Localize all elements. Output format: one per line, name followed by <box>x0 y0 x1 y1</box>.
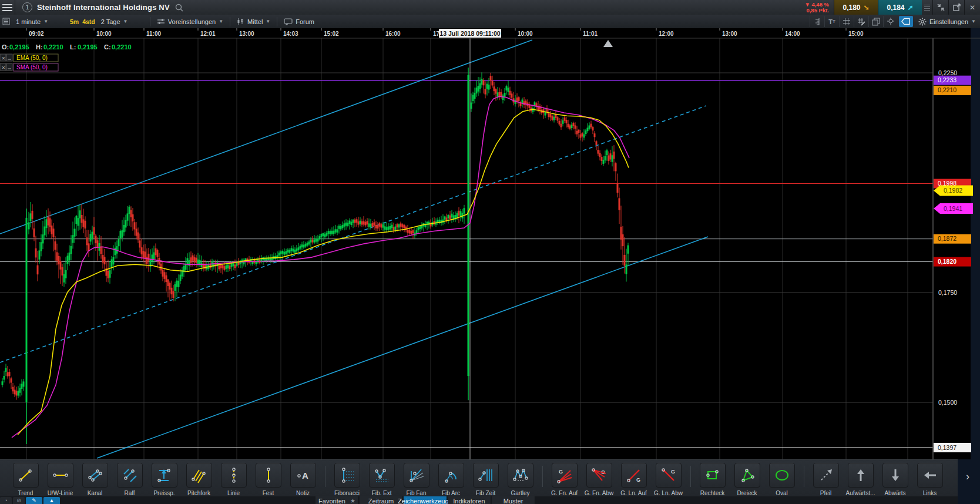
draw-tool-label: Rechteck <box>700 490 725 496</box>
tab-muster[interactable]: Muster <box>492 496 535 504</box>
indicator-legend: ✕EMA (50, 0) <box>0 54 58 62</box>
preset-5m-button[interactable]: 5m <box>68 18 80 25</box>
watchlist-icon[interactable] <box>0 18 12 25</box>
close-icon[interactable]: ✕ <box>964 0 980 15</box>
rect-icon <box>704 466 721 484</box>
menu-icon[interactable] <box>0 0 15 15</box>
chevron-down-icon: ▼ <box>123 19 128 24</box>
indicator-legend: ✕SMA (50, 0) <box>0 63 58 71</box>
chart-toolbar: 1 minute▼ 5m 4std 2 Tage▼ Voreinstellung… <box>0 15 980 29</box>
tab-zeichenwerkzeuge[interactable]: Zeichenwerkzeuge <box>404 496 447 504</box>
draw-tool-label: G. Fn. Auf <box>551 490 578 496</box>
draw-tool-down[interactable]: Abwärts <box>878 460 912 496</box>
draw-tool-raff[interactable]: Raff <box>112 460 147 496</box>
draw-tool-notiz[interactable]: A Notiz <box>286 460 320 496</box>
chart-type-dropdown[interactable]: Mittel▼ <box>233 15 274 28</box>
draw-tool-fibarc[interactable]: Fib Arc <box>434 460 468 496</box>
draw-tool-fib[interactable]: Fibonacci <box>330 460 364 496</box>
toolbar-group-divider <box>320 460 330 487</box>
price-scale-icon[interactable] <box>810 16 824 27</box>
search-icon[interactable] <box>174 3 184 12</box>
svg-text:13:00: 13:00 <box>722 31 737 37</box>
draw-tool-fibext[interactable]: Fib. Ext <box>364 460 399 496</box>
draw-tool-label: U/W-Linie <box>48 490 73 496</box>
draw-tool-pfeil[interactable]: Pfeil <box>808 460 843 496</box>
preset-4std-button[interactable]: 4std <box>80 18 97 25</box>
buy-price-button[interactable]: 0,184➚ <box>878 0 922 15</box>
chevron-down-icon: ▼ <box>219 19 223 24</box>
toolbar-group-divider <box>686 460 695 487</box>
svg-text:13 Juli 2018 09:11:00: 13 Juli 2018 09:11:00 <box>439 30 500 37</box>
tab-zeitraum[interactable]: Zeitraum <box>360 496 403 504</box>
draw-tool-gfnauf[interactable]: G G. Fn. Auf <box>547 460 582 496</box>
draw-tool-vdash[interactable]: Linie <box>216 460 251 496</box>
draw-tool-glnauf[interactable]: G G. Ln. Auf <box>616 460 651 496</box>
svg-text:0,2210: 0,2210 <box>43 43 63 51</box>
svg-text:O:: O: <box>2 43 9 51</box>
draw-tool-label: G. Fn. Abw <box>585 490 613 496</box>
pencil-mini-button[interactable]: ✎ <box>26 497 42 504</box>
divider <box>150 17 150 26</box>
draw-tool-hline[interactable]: U/W-Linie <box>43 460 78 496</box>
draw-tool-gartley[interactable]: Gartley <box>503 460 538 496</box>
draw-tool-vline[interactable]: Fest <box>251 460 286 496</box>
draw-tool-left[interactable]: Links <box>912 460 947 496</box>
disabled-mini-button[interactable]: ⊘ <box>13 497 25 504</box>
drag-grip-icon[interactable] <box>924 2 930 13</box>
star-icon[interactable]: ★ <box>350 498 355 504</box>
tab-favoriten[interactable]: Favoriten★ <box>316 496 359 504</box>
layers-icon[interactable] <box>868 16 883 27</box>
draw-tool-label: Preissp. <box>153 490 174 496</box>
draw-tool-fibfan[interactable]: Fib Fan <box>399 460 434 496</box>
draw-tool-label: Fest <box>263 490 274 496</box>
draw-tool-oval[interactable]: Oval <box>764 460 799 496</box>
draw-tool-label: Trend <box>18 490 33 496</box>
draw-tool-kanal[interactable]: Kanal <box>78 460 112 496</box>
price-tag-tool-icon[interactable] <box>899 16 913 27</box>
history-mini-button[interactable]: ◔ <box>0 497 12 504</box>
svg-text:0,2250: 0,2250 <box>938 69 957 76</box>
range-dropdown[interactable]: 2 Tage▼ <box>97 15 147 28</box>
title-bar: 1 Steinhoff International Holdings NV ▼ … <box>0 0 980 15</box>
draw-tool-rect[interactable]: Rechteck <box>695 460 730 496</box>
svg-text:16:00: 16:00 <box>385 31 401 37</box>
restore-window-button[interactable] <box>932 0 948 15</box>
interval-dropdown[interactable]: 1 minute▼ <box>12 15 68 28</box>
draw-tool-tri[interactable]: Dreieck <box>730 460 764 496</box>
forum-button[interactable]: Forum <box>280 15 318 28</box>
grid-icon[interactable] <box>839 16 854 27</box>
svg-text:L:: L: <box>70 43 76 51</box>
snap-magnet-icon[interactable] <box>883 16 898 27</box>
draw-tool-label: Gartley <box>511 490 529 496</box>
price-chart-svg[interactable]: 09:0210:0011:0012:0113:0014:0315:0216:00… <box>0 28 980 459</box>
svg-text:13:00: 13:00 <box>239 31 254 37</box>
fibarc-icon <box>442 466 460 484</box>
draw-tool-label: Fib Zeit <box>476 490 495 496</box>
draw-tool-pitch[interactable]: Pitchfork <box>182 460 216 496</box>
speech-bubble-icon <box>284 18 293 25</box>
grid-edit-icon[interactable] <box>854 16 868 27</box>
sell-price-button[interactable]: 0,180➘ <box>834 0 878 15</box>
chart-area[interactable]: 09:0210:0011:0012:0113:0014:0315:0216:00… <box>0 28 980 459</box>
presets-dropdown[interactable]: Voreinstellungen▼ <box>153 15 227 28</box>
gartley-icon <box>512 466 529 484</box>
price-up-arrow-icon: ➚ <box>907 4 913 12</box>
left-icon <box>921 466 939 484</box>
toolbar-scroll-right-icon[interactable]: › <box>960 468 975 485</box>
draw-tool-gfnabw[interactable]: G G. Fn. Abw <box>582 460 616 496</box>
divider <box>230 17 230 26</box>
draw-tool-up[interactable]: Aufwärtst... <box>843 460 878 496</box>
sliders-icon <box>157 18 165 25</box>
draw-tool-glnabw[interactable]: G G. Ln. Abw <box>651 460 686 496</box>
svg-text:0,2195: 0,2195 <box>78 43 98 51</box>
toolbar-group-divider <box>538 460 547 487</box>
popout-window-button[interactable] <box>948 0 964 15</box>
eject-mini-button[interactable]: ▲ <box>43 497 60 504</box>
settings-dropdown[interactable]: Einstellungen▼ <box>914 15 980 28</box>
svg-text:G: G <box>559 469 563 475</box>
draw-tool-fibzeit[interactable]: Fib Zeit <box>468 460 503 496</box>
draw-tool-preis[interactable]: Preissp. <box>147 460 182 496</box>
tab-indikatoren[interactable]: Indikatoren <box>448 496 491 504</box>
text-tool-icon[interactable]: TT <box>824 16 839 27</box>
draw-tool-trend[interactable]: Trend <box>8 460 43 496</box>
